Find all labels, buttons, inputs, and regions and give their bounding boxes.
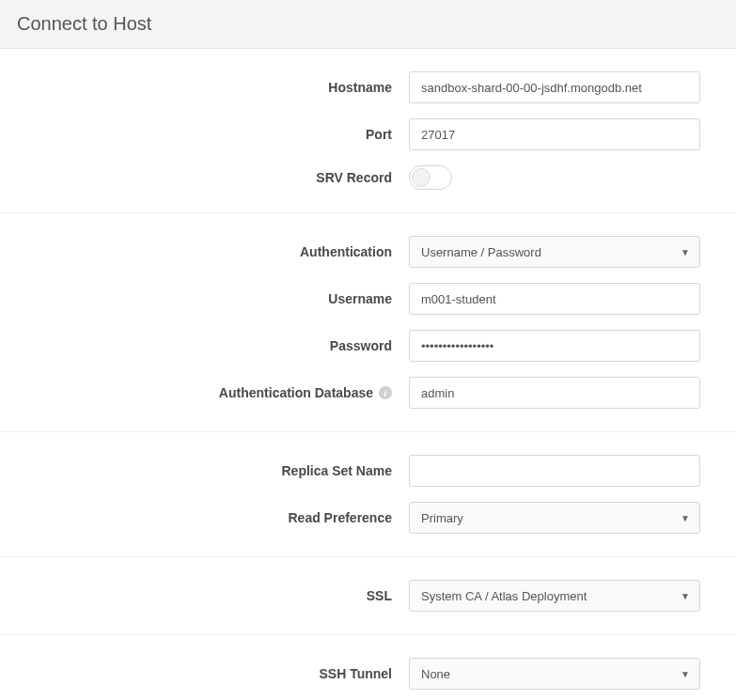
readpref-select[interactable]: Primary ▼	[409, 502, 700, 534]
ssh-select[interactable]: None ▼	[409, 658, 700, 690]
chevron-down-icon: ▼	[681, 513, 690, 523]
authentication-value: Username / Password	[421, 245, 541, 259]
authentication-select[interactable]: Username / Password ▼	[409, 236, 700, 268]
readpref-value: Primary	[421, 511, 463, 525]
info-icon[interactable]: i	[379, 386, 392, 399]
ssl-value: System CA / Atlas Deployment	[421, 589, 587, 603]
hostname-label: Hostname	[0, 80, 409, 95]
authdb-label: Authentication Database i	[0, 385, 409, 400]
srv-toggle[interactable]	[409, 165, 452, 190]
authentication-label: Authentication	[0, 244, 409, 259]
section-host: Hostname Port SRV Record	[0, 49, 736, 213]
port-label: Port	[0, 127, 409, 142]
section-ssh: SSH Tunnel None ▼	[0, 635, 736, 700]
ssh-value: None	[421, 667, 450, 681]
port-input[interactable]	[409, 118, 700, 150]
chevron-down-icon: ▼	[681, 247, 690, 257]
username-label: Username	[0, 291, 409, 306]
chevron-down-icon: ▼	[681, 669, 690, 679]
authdb-input[interactable]	[409, 377, 700, 409]
section-ssl: SSL System CA / Atlas Deployment ▼	[0, 557, 736, 635]
ssl-label: SSL	[0, 588, 409, 603]
dialog-title: Connect to Host	[17, 13, 719, 35]
ssl-select[interactable]: System CA / Atlas Deployment ▼	[409, 580, 700, 612]
toggle-knob-icon	[412, 168, 431, 187]
authdb-label-text: Authentication Database	[219, 385, 373, 400]
section-authentication: Authentication Username / Password ▼ Use…	[0, 213, 736, 432]
dialog-header: Connect to Host	[0, 0, 736, 49]
ssh-label: SSH Tunnel	[0, 666, 409, 681]
password-label: Password	[0, 338, 409, 353]
srv-label: SRV Record	[0, 170, 409, 185]
hostname-input[interactable]	[409, 71, 700, 103]
replica-input[interactable]	[409, 455, 700, 487]
readpref-label: Read Preference	[0, 510, 409, 525]
replica-label: Replica Set Name	[0, 463, 409, 478]
chevron-down-icon: ▼	[681, 591, 690, 601]
username-input[interactable]	[409, 283, 700, 315]
section-replica: Replica Set Name Read Preference Primary…	[0, 432, 736, 557]
password-input[interactable]	[409, 330, 700, 362]
